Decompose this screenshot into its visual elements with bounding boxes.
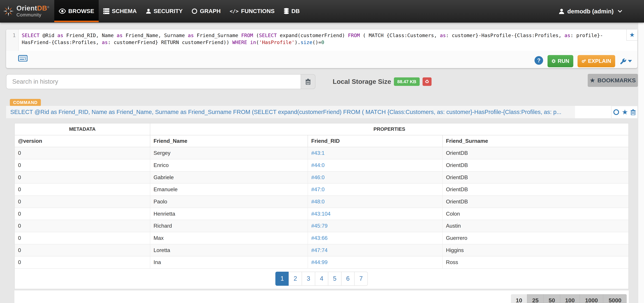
table-row[interactable]: 0Enrico#44:0OrientDB xyxy=(15,159,628,172)
page-button-4[interactable]: 4 xyxy=(315,272,328,286)
nav-tab-db[interactable]: DB xyxy=(279,0,304,22)
table-cell: 0 xyxy=(15,147,150,159)
table-row[interactable]: 0Gabriele#46:0OrientDB xyxy=(15,172,628,184)
page-button-3[interactable]: 3 xyxy=(302,272,315,286)
top-nav: OrientDB® Community BROWSESCHEMASECURITY… xyxy=(0,0,644,22)
nav-tab-graph[interactable]: GRAPH xyxy=(187,0,225,22)
brand-logo[interactable]: OrientDB® Community xyxy=(0,0,49,22)
nav-tab-functions[interactable]: </>FUNCTIONS xyxy=(225,0,279,22)
user-menu-label: demodb (admin) xyxy=(567,8,614,15)
column-header--version[interactable]: @version xyxy=(15,135,150,147)
table-row[interactable]: 0Henrietta#43:104Colon xyxy=(15,208,628,220)
table-cell: Enrico xyxy=(150,159,308,171)
page-size-5000[interactable]: 5000 xyxy=(603,294,627,303)
trash-icon xyxy=(306,79,311,85)
table-cell: 0 xyxy=(15,208,150,220)
rid-link[interactable]: #47:74 xyxy=(308,244,442,256)
page-size-50[interactable]: 50 xyxy=(544,294,560,303)
column-header-friend-name[interactable]: Friend_Name xyxy=(150,135,308,147)
footer-panel: 10255010010005000 xyxy=(14,291,629,303)
orientdb-studio: OrientDB® Community BROWSESCHEMASECURITY… xyxy=(0,0,644,303)
nav-tab-security[interactable]: SECURITY xyxy=(141,0,187,22)
table-row[interactable]: 0Richard#45:79Austin xyxy=(15,220,628,232)
rid-link[interactable]: #44:0 xyxy=(308,159,442,171)
table-row[interactable]: 0Paolo#48:0OrientDB xyxy=(15,196,628,208)
settings-dropdown[interactable] xyxy=(620,58,632,64)
table-cell: Loretta xyxy=(150,244,308,256)
rid-link[interactable]: #43:66 xyxy=(308,232,442,244)
table-row[interactable]: 0Max#43:66Guerrero xyxy=(15,232,628,244)
page-button-6[interactable]: 6 xyxy=(341,272,355,286)
group-properties: PROPERTIES xyxy=(150,123,628,135)
user-icon xyxy=(146,8,151,14)
nav-tab-label: FUNCTIONS xyxy=(241,8,275,14)
scrollbar-track[interactable] xyxy=(638,22,644,303)
table-cell: 0 xyxy=(15,257,150,268)
star-icon: ★ xyxy=(629,32,635,38)
pagination: 1234567 xyxy=(275,272,368,286)
brand-name: OrientDB® xyxy=(16,5,49,12)
query-code-editor[interactable]: 1 SELECT @Rid as Friend_RID, Name as Fri… xyxy=(6,29,638,51)
nav-tab-browse[interactable]: BROWSE xyxy=(54,0,99,22)
pagination-row: 1234567 xyxy=(15,269,628,289)
column-header-friend-rid[interactable]: Friend_RID xyxy=(308,135,442,147)
table-cell: 0 xyxy=(15,232,150,244)
table-group-header: METADATA PROPERTIES xyxy=(15,123,628,135)
query-editor-panel: 1 SELECT @Rid as Friend_RID, Name as Fri… xyxy=(6,29,638,68)
rerun-icon[interactable] xyxy=(613,109,619,115)
table-cell: Max xyxy=(150,232,308,244)
star-icon[interactable]: ★ xyxy=(622,109,628,116)
page-size-1000[interactable]: 1000 xyxy=(580,294,603,303)
page-size-25[interactable]: 25 xyxy=(527,294,544,303)
page-size-100[interactable]: 100 xyxy=(560,294,580,303)
table-cell: OrientDB xyxy=(443,159,628,171)
nav-tab-label: GRAPH xyxy=(200,8,220,14)
clear-history-button[interactable] xyxy=(301,74,316,89)
table-row[interactable]: 0Loretta#47:74Higgins xyxy=(15,244,628,257)
search-history-input[interactable] xyxy=(6,74,301,89)
table-row[interactable]: 0Emanuele#47:0OrientDB xyxy=(15,184,628,196)
group-metadata: METADATA xyxy=(15,123,150,135)
bookmark-query-button[interactable]: ★ xyxy=(626,29,638,40)
rid-link[interactable]: #47:0 xyxy=(308,184,442,195)
table-cell: 0 xyxy=(15,196,150,208)
table-cell: OrientDB xyxy=(443,196,628,208)
table-cell: Ross xyxy=(443,257,628,268)
table-row[interactable]: 0Sergey#43:1OrientDB xyxy=(15,147,628,159)
table-row[interactable]: 0Ina#44:99Ross xyxy=(15,257,628,269)
table-cell: Colon xyxy=(443,208,628,220)
table-cell: Richard xyxy=(150,220,308,232)
command-query-link[interactable]: SELECT @Rid as Friend_RID, Name as Frien… xyxy=(6,106,575,118)
nav-tab-schema[interactable]: SCHEMA xyxy=(99,0,141,22)
page-button-7[interactable]: 7 xyxy=(354,272,368,286)
page-size-10[interactable]: 10 xyxy=(511,294,527,303)
table-header-row: @versionFriend_NameFriend_RIDFriend_Surn… xyxy=(15,135,628,147)
command-history-row: SELECT @Rid as Friend_RID, Name as Frien… xyxy=(6,106,638,118)
bookmarks-button[interactable]: ★ BOOKMARKS xyxy=(588,74,638,87)
query-text[interactable]: SELECT @Rid as Friend_RID, Name as Frien… xyxy=(22,32,621,46)
refresh-storage-button[interactable]: ♻ xyxy=(422,77,432,86)
rid-link[interactable]: #43:1 xyxy=(308,147,442,159)
results-table: METADATA PROPERTIES @versionFriend_NameF… xyxy=(14,123,629,289)
table-cell: 0 xyxy=(15,220,150,232)
explain-button[interactable]: EXPLAIN xyxy=(578,55,615,67)
table-cell: Ina xyxy=(150,257,308,268)
rid-link[interactable]: #44:99 xyxy=(308,257,442,268)
rid-link[interactable]: #43:104 xyxy=(308,208,442,220)
table-cell: OrientDB xyxy=(443,184,628,195)
keyboard-shortcuts-icon[interactable] xyxy=(18,55,28,63)
rid-link[interactable]: #45:79 xyxy=(308,220,442,232)
brand-tagline: Community xyxy=(16,12,49,17)
page-button-1[interactable]: 1 xyxy=(275,272,289,286)
table-cell: Higgins xyxy=(443,244,628,256)
run-button[interactable]: RUN xyxy=(548,55,574,67)
user-menu[interactable]: demodb (admin) xyxy=(559,0,622,22)
table-cell: 0 xyxy=(15,184,150,195)
trash-icon[interactable] xyxy=(630,109,636,115)
rid-link[interactable]: #46:0 xyxy=(308,172,442,183)
page-button-5[interactable]: 5 xyxy=(328,272,342,286)
column-header-friend-surname[interactable]: Friend_Surname xyxy=(443,135,628,147)
rid-link[interactable]: #48:0 xyxy=(308,196,442,208)
help-button[interactable]: ? xyxy=(534,56,543,66)
page-button-2[interactable]: 2 xyxy=(288,272,302,286)
